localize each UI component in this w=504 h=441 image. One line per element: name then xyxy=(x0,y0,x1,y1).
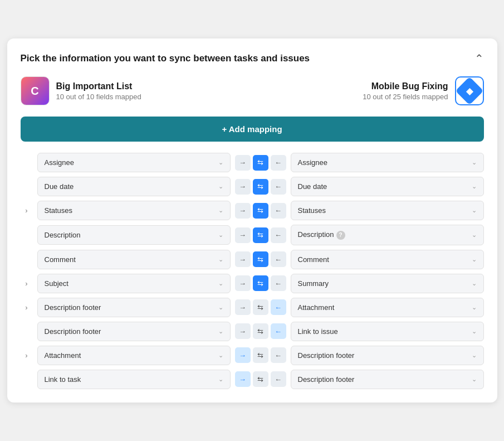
right-platform: Mobile Bug Fixing 10 out of 25 fields ma… xyxy=(363,76,483,105)
both-arrow-button[interactable]: ⇆ xyxy=(253,299,268,315)
left-field-name: Description xyxy=(45,231,81,239)
sync-controls: →⇆← xyxy=(235,299,286,315)
expand-button[interactable]: › xyxy=(21,277,33,289)
collapse-button[interactable]: ⌃ xyxy=(474,52,484,65)
right-arrow-button[interactable]: ← xyxy=(271,251,286,267)
left-field-name: Assignee xyxy=(45,158,74,167)
right-arrow-button[interactable]: ← xyxy=(271,371,286,387)
both-arrow-button[interactable]: ⇆ xyxy=(253,323,268,339)
left-field-chevron: ⌄ xyxy=(218,304,223,311)
left-field-name: Description footer xyxy=(45,303,101,312)
left-field-name: Comment xyxy=(45,255,76,264)
both-arrow-button[interactable]: ⇆ xyxy=(253,251,268,267)
right-field-name: Description footer xyxy=(298,375,355,384)
right-field-name: Description footer xyxy=(298,351,355,360)
left-arrow-button[interactable]: → xyxy=(235,323,251,339)
right-field-chevron: ⌄ xyxy=(472,376,477,383)
both-arrow-button[interactable]: ⇆ xyxy=(253,155,268,171)
right-field-chevron: ⌄ xyxy=(472,183,477,190)
left-field-select[interactable]: Attachment ⌄ xyxy=(37,346,231,365)
left-field-select[interactable]: Description footer ⌄ xyxy=(37,322,231,341)
left-arrow-button[interactable]: → xyxy=(235,347,251,363)
right-field-select[interactable]: Statuses⌄ xyxy=(291,201,484,220)
both-arrow-button[interactable]: ⇆ xyxy=(253,347,268,363)
sync-controls: →⇆← xyxy=(235,275,286,291)
right-field-select[interactable]: Attachment⌄ xyxy=(291,298,484,317)
expand-button[interactable]: › xyxy=(21,349,33,361)
right-arrow-button[interactable]: ← xyxy=(271,155,286,171)
right-platform-name: Mobile Bug Fixing xyxy=(363,81,448,91)
left-arrow-button[interactable]: → xyxy=(235,179,251,195)
right-arrow-button[interactable]: ← xyxy=(271,299,286,315)
both-arrow-button[interactable]: ⇆ xyxy=(253,275,268,291)
left-arrow-button[interactable]: → xyxy=(235,371,251,387)
right-arrow-button[interactable]: ← xyxy=(271,227,286,243)
left-arrow-button[interactable]: → xyxy=(235,155,251,171)
left-field-select[interactable]: Comment ⌄ xyxy=(37,250,231,269)
left-arrow-button[interactable]: → xyxy=(235,203,251,219)
left-arrow-button[interactable]: → xyxy=(235,275,251,291)
both-arrow-button[interactable]: ⇆ xyxy=(253,179,268,195)
left-field-select[interactable]: Subject ⌄ xyxy=(37,274,231,293)
right-field-chevron: ⌄ xyxy=(472,328,477,335)
left-field-chevron: ⌄ xyxy=(218,207,223,214)
right-field-select[interactable]: Link to issue⌄ xyxy=(291,322,484,341)
jira-icon: ◆ xyxy=(455,76,484,105)
left-arrow-button[interactable]: → xyxy=(235,227,251,243)
right-field-name: Description? xyxy=(298,230,345,240)
right-arrow-button[interactable]: ← xyxy=(271,347,286,363)
right-field-name: Summary xyxy=(298,279,329,288)
right-field-chevron: ⌄ xyxy=(472,256,477,263)
card-title: Pick the information you want to sync be… xyxy=(21,53,310,64)
right-field-select[interactable]: Summary⌄ xyxy=(291,274,484,293)
mapping-row: Description footer ⌄ →⇆←Link to issue⌄ xyxy=(21,322,484,341)
left-arrow-button[interactable]: → xyxy=(235,299,251,315)
mappings-list: Assignee ⌄ →⇆←Assignee⌄ Due date ⌄ →⇆←Du… xyxy=(21,153,484,389)
right-platform-info: Mobile Bug Fixing 10 out of 25 fields ma… xyxy=(363,81,448,101)
left-field-chevron: ⌄ xyxy=(218,352,223,359)
both-arrow-button[interactable]: ⇆ xyxy=(253,227,268,243)
right-field-name: Link to issue xyxy=(298,327,338,336)
right-field-name: Attachment xyxy=(298,303,335,312)
left-platform-fields: 10 out of 10 fields mapped xyxy=(56,93,141,101)
right-field-select[interactable]: Due date⌄ xyxy=(291,177,484,196)
left-field-name: Due date xyxy=(45,182,74,191)
mapping-row: › Attachment ⌄ →⇆←Description footer⌄ xyxy=(21,346,484,365)
left-field-chevron: ⌄ xyxy=(218,159,223,166)
expand-button[interactable]: › xyxy=(21,205,33,217)
left-field-chevron: ⌄ xyxy=(218,231,223,239)
right-field-select[interactable]: Comment⌄ xyxy=(291,250,484,269)
left-field-select[interactable]: Link to task ⌄ xyxy=(37,370,231,389)
left-field-name: Statuses xyxy=(45,206,73,215)
platforms-row: C Big Important List 10 out of 10 fields… xyxy=(21,76,484,105)
right-platform-fields: 10 out of 25 fields mapped xyxy=(363,93,448,101)
right-field-select[interactable]: Description footer⌄ xyxy=(291,346,484,365)
left-arrow-button[interactable]: → xyxy=(235,251,251,267)
both-arrow-button[interactable]: ⇆ xyxy=(253,371,268,387)
left-field-name: Link to task xyxy=(45,375,81,384)
mapping-row: Description ⌄ →⇆←Description?⌄ xyxy=(21,225,484,245)
left-field-select[interactable]: Due date ⌄ xyxy=(37,177,231,196)
sync-controls: →⇆← xyxy=(235,227,286,243)
right-arrow-button[interactable]: ← xyxy=(271,275,286,291)
right-field-select[interactable]: Description footer⌄ xyxy=(291,370,484,389)
right-field-chevron: ⌄ xyxy=(472,231,477,239)
left-field-chevron: ⌄ xyxy=(218,376,223,383)
right-field-select[interactable]: Assignee⌄ xyxy=(291,153,484,172)
add-mapping-button[interactable]: + Add mapping xyxy=(21,117,484,142)
sync-controls: →⇆← xyxy=(235,323,286,339)
left-field-name: Subject xyxy=(45,279,68,288)
right-arrow-button[interactable]: ← xyxy=(271,203,286,219)
right-field-select[interactable]: Description?⌄ xyxy=(291,225,484,245)
right-field-name: Comment xyxy=(298,255,329,264)
right-field-chevron: ⌄ xyxy=(472,159,477,166)
left-field-select[interactable]: Assignee ⌄ xyxy=(37,153,231,172)
right-arrow-button[interactable]: ← xyxy=(271,323,286,339)
left-platform-name: Big Important List xyxy=(56,81,141,91)
right-arrow-button[interactable]: ← xyxy=(271,179,286,195)
both-arrow-button[interactable]: ⇆ xyxy=(253,203,268,219)
left-field-select[interactable]: Description ⌄ xyxy=(37,225,231,245)
expand-button[interactable]: › xyxy=(21,301,33,313)
left-field-select[interactable]: Description footer ⌄ xyxy=(37,298,231,317)
left-field-select[interactable]: Statuses ⌄ xyxy=(37,201,231,220)
